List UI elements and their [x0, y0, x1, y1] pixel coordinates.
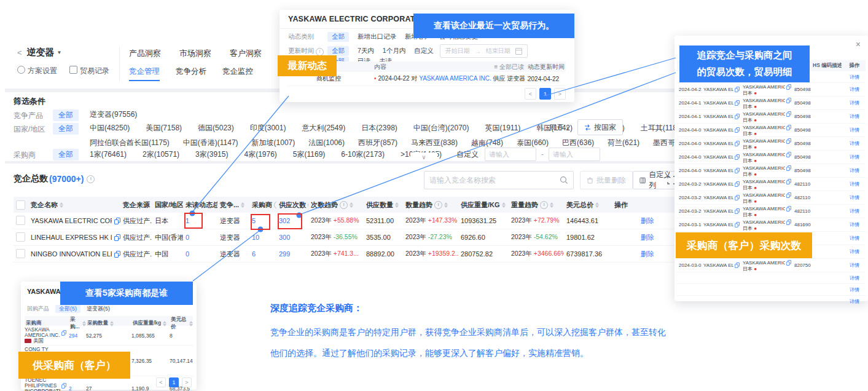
detail-link[interactable]: 详情: [850, 287, 859, 293]
buyers-count-link[interactable]: 6: [252, 250, 256, 258]
date-range-input[interactable]: 开始日期→结束日期: [440, 44, 528, 58]
row-checkbox[interactable]: [16, 249, 25, 258]
column-header[interactable]: 供应重量/KG: [458, 200, 509, 210]
unread-count-link[interactable]: 0: [186, 250, 189, 258]
sort-icon[interactable]: [444, 200, 448, 210]
page-1-button[interactable]: 1: [539, 88, 551, 100]
delete-link[interactable]: 删除: [641, 250, 654, 258]
filter-item[interactable]: 中国(48250): [90, 123, 130, 133]
copy-icon[interactable]: [786, 206, 791, 211]
competitor-name[interactable]: YASKAWA ELECTRIC CORPORATIO: [31, 217, 112, 224]
copy-icon[interactable]: [786, 152, 791, 157]
close-icon[interactable]: ×: [856, 39, 861, 49]
supply-count-link[interactable]: 299: [279, 250, 290, 258]
purchase-count-link[interactable]: 2: [69, 385, 72, 391]
detail-link[interactable]: 详情: [850, 299, 859, 304]
filter-item[interactable]: 2家(10571): [143, 149, 179, 160]
page-title[interactable]: 逆变器: [27, 47, 55, 58]
copy-icon[interactable]: [735, 222, 740, 227]
column-header[interactable]: 竞企来源: [120, 200, 152, 210]
next-page-button[interactable]: >: [554, 88, 566, 100]
filter-item[interactable]: 英国(1911): [485, 123, 521, 133]
filter-item[interactable]: 4家(1976): [244, 149, 276, 160]
tab[interactable]: 产品洞察: [129, 48, 161, 65]
sort-icon[interactable]: [595, 200, 599, 210]
copy-icon[interactable]: [786, 219, 791, 225]
buyers-count-link[interactable]: 10: [252, 234, 259, 241]
detail-link[interactable]: 详情: [850, 141, 859, 146]
detail-link[interactable]: 详情: [850, 154, 859, 160]
copy-icon[interactable]: [735, 181, 740, 187]
copy-icon[interactable]: [786, 165, 791, 171]
copy-icon[interactable]: [61, 330, 66, 336]
column-header[interactable]: 未读动态总数: [183, 200, 217, 210]
detail-link[interactable]: 详情: [850, 263, 859, 268]
filter-chip[interactable]: 自定义: [414, 47, 434, 55]
filter-item[interactable]: 中国(台湾)(2070): [413, 123, 469, 133]
detail-link[interactable]: 详情: [850, 275, 859, 281]
copy-icon[interactable]: [735, 195, 740, 200]
filter-all-chip[interactable]: 全部(5): [55, 305, 80, 313]
trade-record-button[interactable]: 贸易记录: [69, 65, 109, 76]
copy-icon[interactable]: [786, 179, 791, 184]
filter-all-chip[interactable]: 全部: [53, 109, 79, 121]
back-icon[interactable]: <: [17, 48, 22, 57]
copy-icon[interactable]: [114, 218, 120, 224]
buyer-min-input[interactable]: [485, 148, 536, 161]
copy-icon[interactable]: [114, 251, 120, 258]
tab[interactable]: 市场洞察: [179, 48, 211, 65]
column-header[interactable]: 竞争...: [217, 200, 249, 210]
detail-link[interactable]: 详情: [850, 74, 859, 80]
filter-item[interactable]: 3家(3915): [195, 149, 228, 160]
detail-link[interactable]: 详情: [850, 87, 859, 92]
column-header[interactable]: 采购商: [249, 200, 276, 210]
collapse-notch[interactable]: ∨: [410, 152, 437, 161]
filter-item[interactable]: 越南(748): [471, 138, 503, 148]
filter-item[interactable]: 美国(7158): [146, 123, 182, 133]
column-header[interactable]: 美元总价: [564, 200, 612, 210]
copy-icon[interactable]: [786, 98, 791, 103]
filter-item[interactable]: 德国(5023): [198, 123, 234, 133]
custom-range-label[interactable]: 自定义: [456, 149, 479, 160]
filter-item[interactable]: 马来西亚(838): [411, 138, 458, 148]
detail-link[interactable]: 详情: [850, 249, 859, 255]
copy-icon[interactable]: [61, 383, 66, 389]
row-checkbox[interactable]: [16, 216, 25, 225]
filter-item[interactable]: 逆变器(5): [87, 305, 110, 313]
copy-icon[interactable]: [735, 168, 740, 173]
filter-item[interactable]: 荷兰(621): [608, 138, 639, 148]
copy-icon[interactable]: [735, 263, 740, 268]
detail-link[interactable]: 详情: [850, 168, 859, 173]
mark-all-read-button[interactable]: ≡ 全部已读: [494, 63, 524, 71]
next-page-button[interactable]: >: [182, 377, 192, 387]
detail-link[interactable]: 详情: [850, 195, 859, 200]
copy-icon[interactable]: [735, 100, 740, 106]
filter-item[interactable]: 巴西(636): [562, 138, 594, 148]
detail-link[interactable]: 详情: [850, 235, 859, 241]
supply-count-link[interactable]: 300: [279, 234, 290, 241]
column-header[interactable]: 国家/地区: [152, 200, 183, 210]
column-header[interactable]: 次数趋势: [308, 200, 364, 210]
copy-icon[interactable]: [786, 138, 791, 144]
filter-all-chip[interactable]: 全部: [53, 123, 79, 135]
company-link[interactable]: YASKAWA AMERICA INC.: [419, 75, 491, 82]
filter-chip[interactable]: 全部: [327, 32, 349, 42]
delete-link[interactable]: 删除: [641, 234, 654, 241]
prev-page-button[interactable]: <: [156, 377, 166, 387]
buyer-max-input[interactable]: [549, 148, 600, 161]
page-1-button[interactable]: 1: [169, 377, 179, 387]
filter-all-chip[interactable]: 全部: [53, 149, 79, 160]
batch-delete-button[interactable]: 批量删除: [580, 171, 633, 189]
filter-item[interactable]: 阿拉伯联合酋长国(1175): [90, 138, 170, 148]
filter-item[interactable]: 日本(2398): [361, 123, 397, 133]
filter-chip[interactable]: 1个月内: [383, 47, 405, 55]
copy-icon[interactable]: [735, 87, 740, 92]
delete-link[interactable]: 删除: [641, 217, 654, 224]
sort-icon[interactable]: [395, 200, 399, 210]
copy-icon[interactable]: [114, 234, 120, 241]
column-header[interactable]: 竞企名称: [28, 200, 120, 210]
copy-icon[interactable]: [735, 141, 740, 146]
tab[interactable]: 客户洞察: [230, 48, 262, 65]
filter-item[interactable]: 印度(3001): [250, 123, 286, 133]
copy-icon[interactable]: [735, 127, 740, 133]
